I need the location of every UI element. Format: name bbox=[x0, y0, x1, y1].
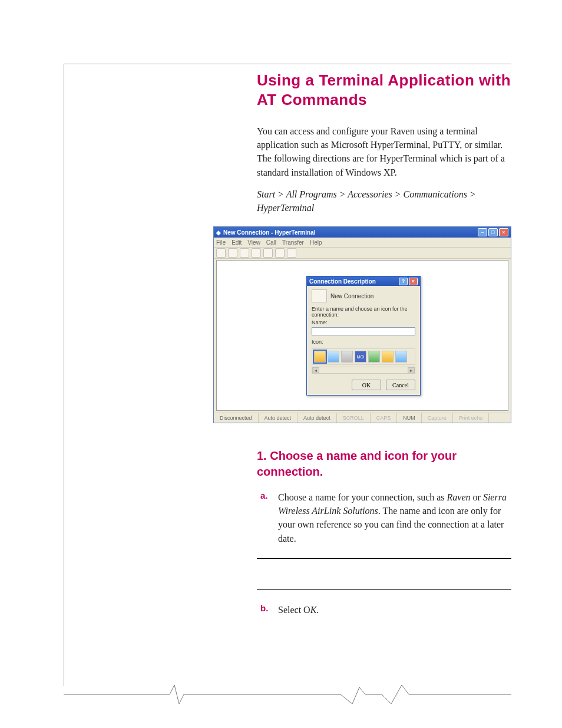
status-connection: Disconnected bbox=[214, 413, 259, 423]
icon-label: Icon: bbox=[312, 339, 415, 345]
dialog-close-button[interactable]: × bbox=[409, 278, 418, 285]
menu-bar: File Edit View Call Transfer Help bbox=[214, 238, 511, 248]
margin-rule-vertical bbox=[64, 64, 64, 686]
status-scroll: SCROLL bbox=[337, 413, 371, 423]
menu-transfer[interactable]: Transfer bbox=[282, 239, 304, 246]
hyperterminal-window: ◆ New Connection - HyperTerminal – □ × F… bbox=[213, 226, 511, 423]
name-input[interactable] bbox=[312, 327, 415, 335]
separator-rules bbox=[257, 558, 511, 590]
name-label: Name: bbox=[312, 319, 415, 325]
app-icon: ◆ bbox=[216, 229, 221, 236]
cancel-button[interactable]: Cancel bbox=[386, 380, 415, 390]
minimize-button[interactable]: – bbox=[478, 228, 487, 236]
toolbar-open-icon[interactable] bbox=[228, 248, 237, 258]
status-detect-2: Auto detect bbox=[297, 413, 337, 423]
connection-description-dialog: Connection Description ? × New Connectio… bbox=[306, 276, 421, 396]
connection-icon bbox=[312, 289, 327, 302]
menu-call[interactable]: Call bbox=[266, 239, 276, 246]
dialog-title: Connection Description bbox=[309, 278, 376, 285]
icon-choice-1[interactable] bbox=[314, 351, 326, 363]
status-num: NUM bbox=[397, 413, 422, 423]
icon-choice-4[interactable]: MCI bbox=[355, 351, 366, 363]
dialog-prompt: Enter a name and choose an icon for the … bbox=[312, 306, 415, 318]
section-choose-name: 1. Choose a name and icon for your conne… bbox=[257, 448, 511, 627]
status-bar: Disconnected Auto detect Auto detect SCR… bbox=[214, 413, 511, 423]
intro-paragraph: You can access and configure your Raven … bbox=[257, 124, 511, 179]
toolbar-properties-icon[interactable] bbox=[287, 248, 296, 258]
icon-choice-6[interactable] bbox=[382, 351, 394, 363]
margin-rule-horizontal bbox=[64, 64, 511, 64]
menu-view[interactable]: View bbox=[247, 239, 260, 246]
icon-choice-5[interactable] bbox=[368, 351, 380, 363]
icon-picker: MCI bbox=[312, 348, 415, 365]
dialog-help-button[interactable]: ? bbox=[399, 278, 408, 285]
step-b-label: b. bbox=[260, 603, 268, 613]
toolbar-send-icon[interactable] bbox=[263, 248, 273, 258]
status-capture: Capture bbox=[422, 413, 453, 423]
toolbar-disconnect-icon[interactable] bbox=[252, 248, 261, 258]
scroll-left-icon[interactable]: ◄ bbox=[312, 367, 319, 373]
status-caps: CAPS bbox=[371, 413, 398, 423]
maximize-button[interactable]: □ bbox=[488, 228, 498, 236]
status-detect-1: Auto detect bbox=[259, 413, 298, 423]
footer-ecg-decoration bbox=[64, 684, 511, 705]
step-b-text: Select OK. bbox=[278, 603, 511, 617]
step-a: a. Choose a name for your connection, su… bbox=[278, 490, 511, 545]
menu-help[interactable]: Help bbox=[310, 239, 322, 246]
close-button[interactable]: × bbox=[499, 228, 508, 236]
status-echo: Print echo bbox=[453, 413, 490, 423]
section-title: 1. Choose a name and icon for your conne… bbox=[257, 448, 511, 480]
icon-choice-3[interactable] bbox=[341, 351, 353, 363]
menu-edit[interactable]: Edit bbox=[232, 239, 242, 246]
rule-2 bbox=[257, 589, 511, 590]
menu-file[interactable]: File bbox=[216, 239, 226, 246]
toolbar bbox=[214, 248, 511, 259]
icon-scrollbar[interactable]: ◄ ► bbox=[312, 367, 415, 374]
step-a-label: a. bbox=[260, 490, 268, 500]
step-a-text: Choose a name for your connection, such … bbox=[278, 490, 511, 545]
document-page: Using a Terminal Application with AT Com… bbox=[0, 0, 562, 728]
main-column: Using a Terminal Application with AT Com… bbox=[257, 71, 511, 225]
window-titlebar: ◆ New Connection - HyperTerminal – □ × bbox=[214, 227, 511, 238]
dialog-subtitle: New Connection bbox=[330, 293, 373, 299]
menu-path: Start > All Programs > Accessories > Com… bbox=[257, 187, 511, 215]
figure-hyperterminal: ◆ New Connection - HyperTerminal – □ × F… bbox=[213, 226, 511, 423]
window-title: New Connection - HyperTerminal bbox=[223, 229, 316, 236]
icon-choice-2[interactable] bbox=[328, 351, 339, 363]
rule-1 bbox=[257, 558, 511, 559]
dialog-titlebar: Connection Description ? × bbox=[307, 276, 420, 286]
toolbar-connect-icon[interactable] bbox=[240, 248, 249, 258]
toolbar-new-icon[interactable] bbox=[216, 248, 226, 258]
icon-choice-7[interactable] bbox=[395, 351, 407, 363]
scroll-right-icon[interactable]: ► bbox=[408, 367, 415, 373]
ok-button[interactable]: OK bbox=[352, 380, 381, 390]
page-title: Using a Terminal Application with AT Com… bbox=[257, 71, 511, 109]
step-b: b. Select OK. bbox=[278, 603, 511, 617]
toolbar-receive-icon[interactable] bbox=[275, 248, 285, 258]
terminal-body: Connection Description ? × New Connectio… bbox=[216, 260, 508, 411]
